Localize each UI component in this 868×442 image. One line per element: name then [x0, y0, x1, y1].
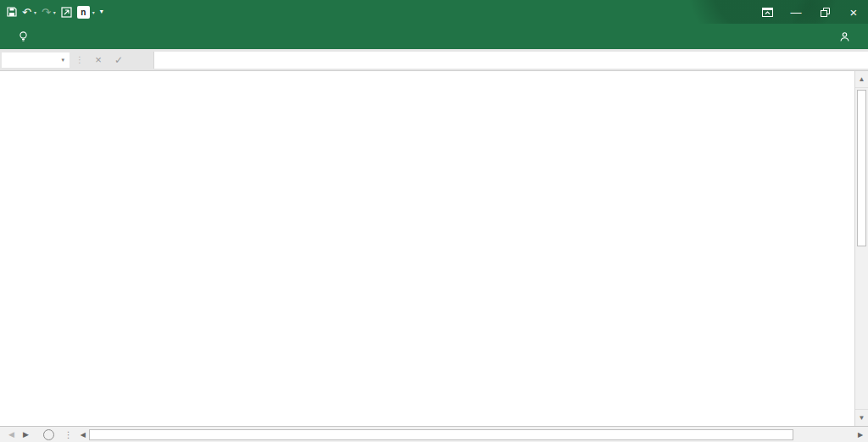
new-sheet-button[interactable]: [37, 427, 60, 442]
undo-dropdown-icon[interactable]: ▾: [34, 9, 36, 15]
share-button[interactable]: [840, 32, 868, 41]
minimize-icon[interactable]: —: [782, 0, 810, 24]
scroll-up-icon[interactable]: ▲: [855, 71, 868, 88]
horizontal-scrollbar[interactable]: ◀ ▶: [77, 427, 868, 442]
vertical-scrollbar[interactable]: ▲ ▼: [854, 71, 868, 426]
formula-bar: ▾ ⋮ × ✓: [0, 49, 868, 71]
undo-icon[interactable]: ↶: [22, 7, 31, 18]
name-box-dropdown-icon[interactable]: ▾: [61, 57, 64, 64]
addin-dropdown-icon[interactable]: ▾: [92, 9, 95, 15]
horizontal-scrollbar-thumb[interactable]: [89, 429, 793, 440]
lightbulb-icon: [19, 31, 28, 42]
next-sheet-icon[interactable]: ▶: [23, 430, 29, 439]
restore-icon[interactable]: [810, 0, 839, 24]
cancel-entry-icon: ×: [89, 52, 108, 69]
horizontal-scrollbar-track[interactable]: [89, 429, 854, 440]
scroll-right-icon[interactable]: ▶: [854, 431, 866, 439]
ribbon-tabs: [0, 24, 7, 49]
quick-access-toolbar: ↶▾ ↷▾ n▾ ▾: [0, 6, 182, 19]
vertical-scrollbar-thumb[interactable]: [857, 90, 866, 246]
close-icon[interactable]: ×: [839, 0, 868, 24]
switch-mode-icon[interactable]: [61, 7, 72, 18]
scroll-down-icon[interactable]: ▼: [855, 409, 868, 426]
addin-n-icon[interactable]: n: [77, 6, 90, 19]
confirm-entry-icon: ✓: [109, 52, 128, 69]
person-icon: [840, 32, 849, 41]
scroll-left-icon[interactable]: ◀: [77, 431, 89, 439]
ribbon-display-options-icon[interactable]: [753, 0, 782, 24]
sheet-grid: [0, 71, 854, 426]
new-sheet-plus-icon: [43, 429, 54, 440]
tell-me-box[interactable]: [19, 31, 33, 42]
title-bar: ↶▾ ↷▾ n▾ ▾ — ×: [0, 0, 868, 24]
sheet-tab-bar: ◀ ▶ ⋮ ◀ ▶: [0, 426, 868, 442]
name-box[interactable]: ▾: [1, 52, 70, 69]
insert-function-icon[interactable]: [130, 52, 148, 69]
formula-input[interactable]: [153, 52, 868, 69]
customize-toolbar-icon[interactable]: ▾: [100, 8, 103, 15]
redo-icon: ↷: [42, 7, 51, 18]
tabbar-divider: ⋮: [60, 427, 77, 442]
formula-bar-divider: ⋮: [70, 55, 89, 64]
save-icon[interactable]: [7, 7, 17, 17]
prev-sheet-icon: ◀: [8, 430, 14, 439]
ribbon-tab-row: [0, 24, 868, 49]
redo-dropdown-icon: ▾: [53, 9, 56, 15]
